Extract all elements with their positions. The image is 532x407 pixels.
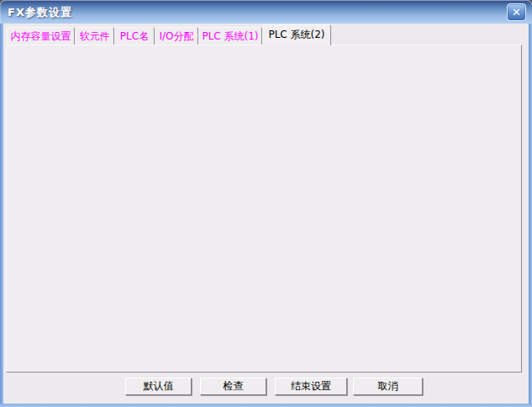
tab-plc-name[interactable]: PLC名 bbox=[114, 27, 155, 45]
fx-parameter-dialog: FX参数设置 ✕ 内存容量设置 软元件 PLC名 I/O分配 PLC 系统(1)… bbox=[0, 0, 532, 407]
default-button[interactable]: 默认值 bbox=[125, 378, 192, 395]
plc-system2-tab-page bbox=[6, 45, 522, 373]
tab-device[interactable]: 软元件 bbox=[75, 27, 114, 45]
window-title: FX参数设置 bbox=[8, 5, 72, 20]
finish-setup-button[interactable]: 结束设置 bbox=[275, 378, 347, 395]
tab-plc-system-2[interactable]: PLC 系统(2) bbox=[262, 24, 331, 45]
close-icon: ✕ bbox=[512, 6, 521, 18]
tab-io-assignment[interactable]: I/O分配 bbox=[155, 27, 198, 45]
check-button[interactable]: 检查 bbox=[200, 378, 266, 395]
cancel-button[interactable]: 取消 bbox=[353, 378, 423, 395]
window-border-left bbox=[0, 24, 3, 407]
tab-plc-system-1[interactable]: PLC 系统(1) bbox=[198, 27, 262, 45]
title-bar: FX参数设置 ✕ bbox=[0, 0, 532, 24]
window-border-bottom bbox=[0, 404, 532, 407]
close-button[interactable]: ✕ bbox=[507, 3, 526, 21]
tab-memory-capacity[interactable]: 内存容量设置 bbox=[7, 27, 75, 45]
window-border-right bbox=[529, 24, 532, 407]
